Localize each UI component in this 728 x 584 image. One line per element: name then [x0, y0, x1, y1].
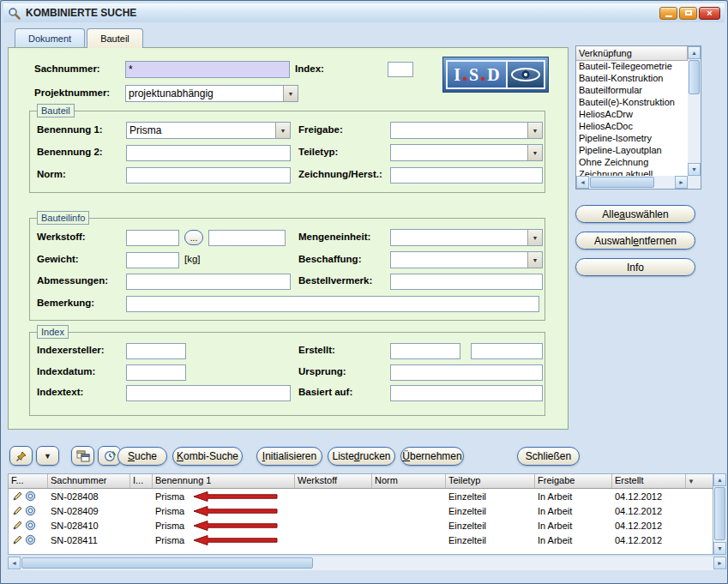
sachnummer-label: Sachnummer:: [34, 63, 100, 74]
scroll-thumb[interactable]: [21, 557, 313, 569]
projektnummer-select[interactable]: projektunabhängig ▼: [125, 85, 298, 102]
scrollbar-corner: [688, 176, 701, 189]
verknuepfung-item[interactable]: Bauteilformular: [576, 85, 688, 97]
verknuepfung-item[interactable]: Bauteil-Teilegeometrie: [576, 61, 688, 73]
initialisieren-button[interactable]: Initialisieren: [256, 447, 322, 466]
table-row[interactable]: SN-028411PrismaEinzelteilIn Arbeit04.12.…: [9, 533, 713, 547]
group-bauteil-legend: Bauteil: [37, 104, 75, 117]
verknuepfung-hscrollbar[interactable]: ◄ ►: [576, 176, 688, 189]
column-header-benennung1[interactable]: Benennung 1: [153, 474, 295, 488]
schliessen-button[interactable]: Schließen: [517, 447, 580, 466]
table-row[interactable]: SN-028410PrismaEinzelteilIn Arbeit04.12.…: [9, 518, 713, 533]
group-bauteilinfo-legend: Bauteilinfo: [37, 211, 89, 225]
indexdatum-input[interactable]: [126, 364, 186, 381]
verknuepfung-item[interactable]: HeliosAcDrw: [576, 109, 688, 121]
minimize-icon: [665, 15, 672, 17]
werkstoff-input-2[interactable]: [208, 230, 286, 246]
benennung2-input[interactable]: [126, 145, 291, 161]
verknuepfung-item[interactable]: HeliosAcDoc: [576, 121, 688, 133]
column-header-f[interactable]: F...: [9, 474, 48, 488]
norm-input[interactable]: [126, 167, 291, 184]
scroll-down-icon[interactable]: ▼: [713, 542, 726, 555]
scroll-up-icon[interactable]: ▲: [688, 46, 701, 59]
verknuepfung-item[interactable]: Bauteil(e)-Konstruktion: [576, 97, 688, 109]
scroll-thumb[interactable]: [714, 487, 725, 540]
cell-freigabe: In Arbeit: [535, 535, 612, 545]
cell-teiletyp: Einzelteil: [446, 506, 535, 516]
close-button[interactable]: ×: [699, 7, 720, 20]
scroll-down-icon[interactable]: ▼: [688, 163, 701, 176]
index-input[interactable]: [388, 62, 413, 77]
erstellt-input-1[interactable]: [390, 343, 460, 359]
werkstoff-input-1[interactable]: [126, 230, 179, 246]
column-header-freigabe[interactable]: Freigabe: [535, 474, 612, 488]
bemerkung-label: Bemerkung:: [37, 298, 94, 308]
scroll-right-icon[interactable]: ►: [713, 557, 726, 569]
column-header-werkstoff[interactable]: Werkstoff: [295, 474, 372, 488]
column-header-erstellt[interactable]: Erstellt: [612, 474, 686, 488]
table-row[interactable]: SN-028408PrismaEinzelteilIn Arbeit04.12.…: [9, 489, 713, 503]
info-button[interactable]: Info: [575, 258, 695, 276]
suche-button[interactable]: Suche: [117, 447, 167, 466]
beschaffung-label: Beschaffung:: [298, 254, 361, 264]
gewicht-unit-label: [kg]: [184, 254, 201, 264]
zeichnung-herst-input[interactable]: [390, 167, 543, 184]
bestellvermerk-input[interactable]: [390, 274, 543, 290]
ursprung-input[interactable]: [390, 364, 543, 381]
mengeneinheit-select[interactable]: ▼: [390, 229, 543, 246]
table-vscrollbar[interactable]: ▲ ▼: [713, 473, 726, 555]
scroll-thumb[interactable]: [689, 60, 700, 94]
verknuepfung-item[interactable]: Zeichnung aktuell: [576, 169, 688, 176]
cell-f: [9, 520, 48, 531]
group-bauteil: Bauteil Benennung 1: Prisma ▼ Freigabe: …: [29, 111, 545, 193]
verknuepfung-item[interactable]: Bauteil-Konstruktion: [576, 73, 688, 85]
chevron-down-icon: ▼: [527, 123, 542, 138]
benennung1-select[interactable]: Prisma ▼: [126, 122, 291, 139]
table-header-row: F...SachnummerI...Benennung 1WerkstoffNo…: [9, 474, 713, 489]
verknuepfung-header[interactable]: Verknüpfung: [576, 46, 688, 61]
group-index-legend: Index: [37, 325, 69, 339]
verknuepfung-item[interactable]: Ohne Zeichnung: [576, 157, 688, 169]
tab-dokument[interactable]: Dokument: [15, 28, 85, 47]
alle-auswaehlen-button[interactable]: Alle auswählen: [575, 205, 695, 223]
bemerkung-input[interactable]: [126, 296, 539, 312]
bestellvermerk-label: Bestellvermerk:: [298, 275, 372, 286]
gewicht-input[interactable]: [126, 252, 179, 268]
column-header-sachnummer[interactable]: Sachnummer: [48, 474, 130, 488]
teiletyp-select[interactable]: ▼: [390, 144, 543, 161]
column-header-norm[interactable]: Norm: [372, 474, 446, 488]
isd-letter: D: [487, 65, 499, 85]
kombi-suche-button[interactable]: Kombi-Suche: [172, 447, 243, 466]
scroll-right-icon[interactable]: ►: [675, 176, 688, 189]
beschaffung-select[interactable]: ▼: [390, 251, 543, 268]
minimize-button[interactable]: [659, 7, 677, 20]
liste-drucken-button[interactable]: Liste drucken: [328, 447, 395, 466]
table-row[interactable]: SN-028409PrismaEinzelteilIn Arbeit04.12.…: [9, 503, 713, 518]
erstellt-input-2[interactable]: [471, 343, 543, 359]
bottom-hscrollbar[interactable]: ◄ ►: [8, 557, 726, 570]
verknuepfung-vscrollbar[interactable]: ▲ ▼: [688, 46, 701, 176]
tab-bauteil[interactable]: Bauteil: [87, 28, 143, 48]
uebernehmen-button[interactable]: Übernehmen: [400, 447, 464, 466]
scroll-left-icon[interactable]: ◄: [576, 176, 589, 189]
werkstoff-browse-button[interactable]: ...: [184, 230, 203, 245]
scroll-thumb[interactable]: [590, 177, 654, 188]
column-options-button[interactable]: ▼: [686, 478, 696, 485]
abmessungen-input[interactable]: [126, 274, 291, 290]
maximize-button[interactable]: [679, 7, 697, 20]
scroll-left-icon[interactable]: ◄: [8, 557, 21, 569]
sachnummer-input[interactable]: [125, 61, 290, 78]
cell-sachnummer: SN-028411: [48, 535, 130, 545]
column-header-index[interactable]: I...: [130, 474, 153, 488]
indextext-input[interactable]: [126, 385, 291, 401]
verknuepfung-item[interactable]: Pipeline-Layoutplan: [576, 145, 688, 157]
auswahl-entfernen-button[interactable]: Auswahl entfernen: [575, 232, 695, 250]
basiert-auf-input[interactable]: [390, 385, 543, 401]
titlebar: KOMBINIERTE SUCHE ×: [3, 3, 725, 22]
indexersteller-input[interactable]: [126, 343, 186, 359]
cell-freigabe: In Arbeit: [535, 521, 612, 531]
scroll-up-icon[interactable]: ▲: [713, 473, 726, 486]
verknuepfung-item[interactable]: Pipeline-Isometry: [576, 133, 688, 145]
freigabe-select[interactable]: ▼: [390, 122, 543, 139]
column-header-teiletyp[interactable]: Teiletyp: [446, 474, 535, 488]
